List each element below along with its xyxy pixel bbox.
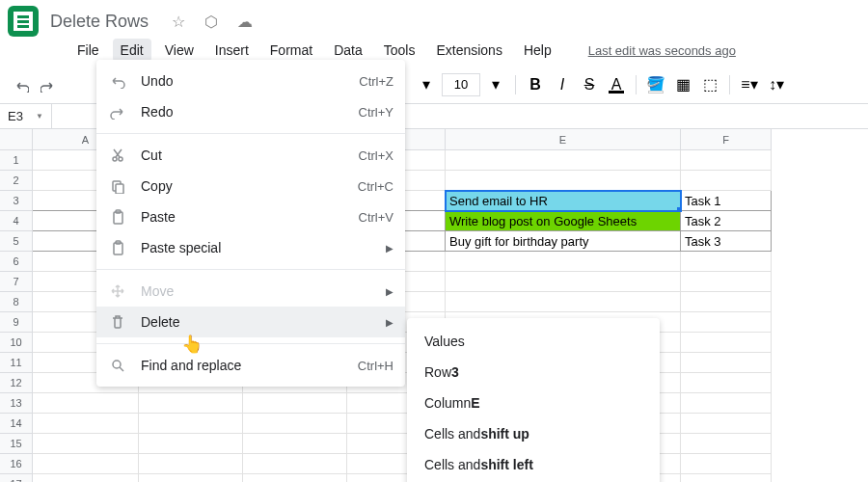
menu-item-cut[interactable]: CutCtrl+X <box>96 140 405 171</box>
cell[interactable] <box>681 474 772 482</box>
cell[interactable] <box>681 454 772 474</box>
text-color-button[interactable]: A <box>605 73 628 96</box>
menu-insert[interactable]: Insert <box>207 39 257 62</box>
col-header-E[interactable]: E <box>446 129 681 150</box>
col-header-F[interactable]: F <box>681 129 772 150</box>
menu-data[interactable]: Data <box>326 39 370 62</box>
cell[interactable]: Write blog post on Google Sheets <box>446 211 681 231</box>
menu-item-delete[interactable]: Delete▶ <box>96 307 405 337</box>
cell[interactable] <box>681 272 772 292</box>
cell[interactable] <box>681 353 772 373</box>
cell[interactable] <box>33 474 139 482</box>
row-header[interactable]: 6 <box>0 252 33 272</box>
row-header[interactable]: 4 <box>0 211 33 231</box>
row-header[interactable]: 7 <box>0 272 33 292</box>
menu-item-paste-special[interactable]: Paste special▶ <box>96 232 405 263</box>
row-header[interactable]: 16 <box>0 454 33 474</box>
strike-button[interactable]: S <box>578 73 601 96</box>
row-header[interactable]: 10 <box>0 333 33 353</box>
cell[interactable]: Task 1 <box>681 191 772 211</box>
cell[interactable] <box>681 434 772 454</box>
row-header[interactable]: 17 <box>0 474 33 482</box>
menu-format[interactable]: Format <box>262 39 320 62</box>
select-all-corner[interactable] <box>0 129 33 150</box>
cell[interactable] <box>139 454 243 474</box>
font-size-arrow-icon[interactable]: ▾ <box>484 73 507 96</box>
row-header[interactable]: 13 <box>0 393 33 414</box>
row-header[interactable]: 1 <box>0 150 33 171</box>
merge-button[interactable]: ⬚ <box>698 73 721 96</box>
menu-item-find-and-replace[interactable]: Find and replaceCtrl+H <box>96 350 405 381</box>
menu-help[interactable]: Help <box>516 39 559 62</box>
cell[interactable] <box>446 171 681 191</box>
cell[interactable] <box>33 434 139 454</box>
undo-icon[interactable] <box>10 73 33 96</box>
cell[interactable] <box>681 171 772 191</box>
italic-button[interactable]: I <box>551 73 574 96</box>
submenu-item[interactable]: Cells and shift left <box>407 449 660 480</box>
star-icon[interactable]: ☆ <box>172 13 189 30</box>
cell[interactable] <box>681 252 772 272</box>
row-header[interactable]: 11 <box>0 353 33 373</box>
menu-file[interactable]: File <box>69 39 107 62</box>
row-header[interactable]: 12 <box>0 373 33 393</box>
row-header[interactable]: 5 <box>0 231 33 252</box>
menu-item-redo[interactable]: RedoCtrl+Y <box>96 96 405 127</box>
cloud-icon[interactable]: ☁ <box>237 13 255 30</box>
last-edit-link[interactable]: Last edit was seconds ago <box>588 43 736 58</box>
cell[interactable] <box>33 393 139 414</box>
row-header[interactable]: 14 <box>0 414 33 434</box>
submenu-item[interactable]: Column E <box>407 388 660 418</box>
row-header[interactable]: 8 <box>0 292 33 312</box>
row-header[interactable]: 3 <box>0 191 33 211</box>
move-folder-icon[interactable]: ⬡ <box>204 13 222 30</box>
cell[interactable] <box>243 434 347 454</box>
halign-button[interactable]: ≡▾ <box>738 73 761 96</box>
cell[interactable] <box>139 434 243 454</box>
redo-icon[interactable] <box>37 73 60 96</box>
cell[interactable]: Buy gift for birthday party <box>446 231 681 252</box>
valign-button[interactable]: ↕▾ <box>765 73 788 96</box>
cell[interactable] <box>681 393 772 414</box>
cell[interactable] <box>681 333 772 353</box>
font-size-input[interactable]: 10 <box>442 73 480 96</box>
bold-button[interactable]: B <box>524 73 547 96</box>
cell[interactable]: Task 3 <box>681 231 772 252</box>
menu-item-copy[interactable]: CopyCtrl+C <box>96 171 405 201</box>
row-header[interactable]: 15 <box>0 434 33 454</box>
cell[interactable] <box>681 373 772 393</box>
fill-color-button[interactable]: 🪣 <box>644 73 667 96</box>
menu-extensions[interactable]: Extensions <box>428 39 509 62</box>
menu-tools[interactable]: Tools <box>376 39 423 62</box>
menu-view[interactable]: View <box>157 39 202 62</box>
cell[interactable] <box>446 272 681 292</box>
cell[interactable] <box>139 393 243 414</box>
cell[interactable] <box>139 414 243 434</box>
cell[interactable] <box>243 474 347 482</box>
cell[interactable]: Task 2 <box>681 211 772 231</box>
cell[interactable] <box>681 150 772 171</box>
font-arrow-icon[interactable]: ▾ <box>415 73 438 96</box>
sheets-logo[interactable] <box>8 6 39 37</box>
cell[interactable] <box>446 150 681 171</box>
cell[interactable] <box>243 393 347 414</box>
submenu-item[interactable]: Cells and shift up <box>407 418 660 449</box>
submenu-item[interactable]: Row 3 <box>407 357 660 388</box>
doc-title[interactable]: Delete Rows <box>50 12 149 32</box>
cell[interactable] <box>681 312 772 333</box>
cell[interactable] <box>446 292 681 312</box>
row-header[interactable]: 9 <box>0 312 33 333</box>
cell[interactable] <box>139 474 243 482</box>
cell[interactable] <box>243 414 347 434</box>
menu-item-paste[interactable]: PasteCtrl+V <box>96 201 405 232</box>
name-box[interactable]: E3 ▼ <box>0 104 52 128</box>
submenu-item[interactable]: Values <box>407 326 660 357</box>
cell[interactable] <box>243 454 347 474</box>
cell[interactable] <box>33 454 139 474</box>
row-header[interactable]: 2 <box>0 171 33 191</box>
cell[interactable] <box>446 252 681 272</box>
menu-item-undo[interactable]: UndoCtrl+Z <box>96 66 405 96</box>
cell[interactable] <box>33 414 139 434</box>
cell[interactable]: Send email to HR <box>446 191 681 211</box>
cell[interactable] <box>681 292 772 312</box>
